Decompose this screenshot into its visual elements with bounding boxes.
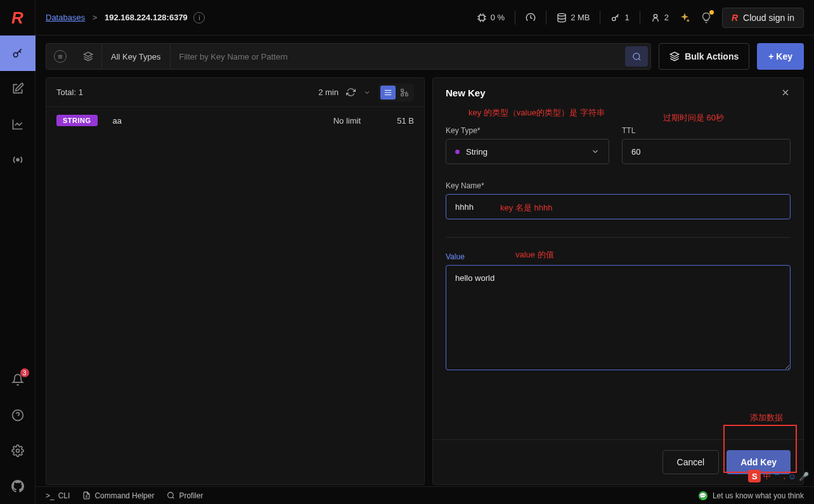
- close-icon: [780, 87, 791, 98]
- filter-toggle-button[interactable]: ≡: [46, 44, 74, 69]
- feedback-icon: 💬: [699, 491, 707, 500]
- notification-badge: 3: [20, 368, 29, 377]
- nav-settings[interactable]: [0, 433, 36, 468]
- ime-mic-icon[interactable]: 🎤: [799, 472, 809, 481]
- cli-button[interactable]: >_ CLI: [46, 491, 70, 500]
- svg-rect-9: [401, 89, 404, 91]
- key-type-label: Key Type*: [446, 126, 609, 135]
- key-type-dropdown[interactable]: String: [446, 139, 609, 164]
- latency-stat: [526, 13, 536, 23]
- nav-help[interactable]: [0, 397, 36, 433]
- key-name-label: Key Name*: [446, 181, 484, 190]
- annotation-addkey: 添加数据: [750, 412, 783, 423]
- github-icon: [11, 480, 24, 493]
- clients-stat: 2: [650, 13, 669, 23]
- key-type-filter[interactable]: All Key Types: [102, 44, 171, 69]
- stack-icon: [669, 51, 680, 61]
- ime-chip[interactable]: S: [748, 470, 761, 482]
- gauge-icon: [526, 13, 536, 23]
- profiler-icon: [167, 491, 175, 500]
- key-size: 51 B: [376, 116, 414, 126]
- lightbulb-dot: [709, 10, 714, 15]
- edit-icon: [11, 82, 24, 95]
- new-key-header: New Key: [433, 78, 803, 107]
- tree-view-toggle[interactable]: [397, 86, 412, 100]
- new-key-title: New Key: [446, 87, 486, 98]
- refresh-button[interactable]: [346, 87, 356, 97]
- terminal-icon: >_: [46, 491, 55, 500]
- tree-icon: [400, 88, 409, 97]
- key-ttl: No limit: [297, 116, 361, 126]
- key-toolbar: ≡ All Key Types Bulk Actions + Key: [46, 43, 804, 70]
- profiler-button[interactable]: Profiler: [167, 491, 203, 500]
- chevron-down-icon[interactable]: [363, 89, 371, 96]
- type-color-dot: [455, 150, 460, 154]
- info-icon[interactable]: i: [193, 12, 205, 23]
- top-bar: Databases > 192.168.224.128:6379 i 0 % 2…: [36, 0, 814, 36]
- svg-point-3: [16, 449, 19, 453]
- ime-control-icon: ⌃: [773, 472, 780, 481]
- ttl-label: TTL: [622, 126, 791, 135]
- refresh-icon: [346, 87, 356, 97]
- search-button[interactable]: [625, 46, 648, 67]
- gear-icon: [11, 444, 24, 457]
- filter-group: ≡ All Key Types: [46, 43, 651, 70]
- nav-analysis[interactable]: [0, 107, 36, 142]
- ime-lang: 中: [763, 471, 771, 482]
- key-type-badge: STRING: [56, 115, 98, 126]
- new-key-panel: New Key key 的类型（value的类型）是 字符串 过期时间是 60秒…: [432, 77, 804, 485]
- feedback-link[interactable]: Let us know what you think: [713, 491, 804, 500]
- app-logo-icon[interactable]: R: [0, 0, 36, 36]
- key-name: aa: [113, 116, 282, 126]
- cpu-stat: 0 %: [477, 13, 505, 23]
- ttl-input[interactable]: [622, 139, 791, 164]
- svg-point-5: [558, 13, 565, 16]
- search-icon: [632, 52, 642, 61]
- svg-point-12: [168, 493, 174, 498]
- nav-pubsub[interactable]: [0, 142, 36, 178]
- nav-notifications[interactable]: 3: [0, 362, 36, 397]
- help-icon: [11, 409, 24, 422]
- svg-rect-4: [479, 15, 484, 20]
- broadcast-icon: [11, 153, 25, 167]
- breadcrumb-root-link[interactable]: Databases: [46, 13, 85, 22]
- filter-input[interactable]: [171, 52, 623, 61]
- svg-point-7: [654, 14, 657, 17]
- ime-smile-icon[interactable]: ☺: [788, 472, 796, 481]
- key-row[interactable]: STRING aa No limit 51 B: [46, 107, 424, 134]
- close-button[interactable]: [780, 87, 791, 98]
- index-filter-button[interactable]: [74, 44, 102, 69]
- svg-rect-11: [401, 93, 404, 96]
- list-icon: [384, 88, 392, 97]
- svg-point-8: [633, 53, 640, 59]
- command-helper-button[interactable]: Command Helper: [82, 491, 154, 500]
- add-key-button[interactable]: + Key: [757, 43, 804, 70]
- key-count-icon: [610, 13, 621, 23]
- layers-icon: [83, 51, 93, 61]
- key-name-input[interactable]: [446, 194, 791, 219]
- key-list-panel: Total: 1 2 min STRING aa No limit: [46, 77, 425, 485]
- user-icon: [650, 13, 661, 23]
- value-label: Value: [446, 252, 465, 261]
- cancel-button[interactable]: Cancel: [662, 450, 720, 474]
- database-icon: [557, 13, 567, 23]
- nav-workbench[interactable]: [0, 71, 36, 107]
- breadcrumb: Databases > 192.168.224.128:6379 i: [46, 12, 205, 23]
- svg-rect-10: [406, 93, 408, 96]
- bottom-bar: >_ CLI Command Helper Profiler 💬 Let us …: [36, 486, 814, 504]
- lightbulb-icon[interactable]: [701, 12, 712, 23]
- cloud-signin-button[interactable]: R Cloud sign in: [722, 8, 804, 28]
- breadcrumb-current: 192.168.224.128:6379: [105, 13, 188, 22]
- nav-github[interactable]: [0, 468, 36, 504]
- nav-keys[interactable]: [0, 36, 36, 71]
- list-view-toggle[interactable]: [380, 86, 396, 100]
- annotation-keytype: key 的类型（value的类型）是 字符串: [468, 107, 605, 119]
- cpu-icon: [477, 13, 487, 23]
- total-label: Total: 1: [56, 87, 83, 97]
- bulk-actions-button[interactable]: Bulk Actions: [659, 43, 749, 70]
- annotation-ttl: 过期时间是 60秒: [663, 112, 724, 124]
- last-refresh: 2 min: [318, 87, 339, 97]
- sparkle-icon[interactable]: [679, 12, 690, 23]
- value-textarea[interactable]: [446, 265, 791, 370]
- key-list-header: Total: 1 2 min: [46, 78, 424, 107]
